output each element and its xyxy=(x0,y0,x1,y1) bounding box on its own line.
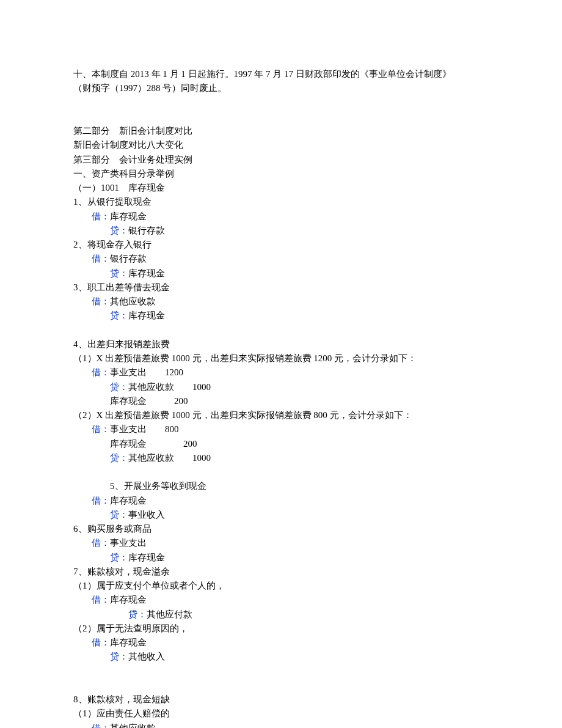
entry-4-case1-credit: 贷：其他应收款 1000 xyxy=(73,380,489,394)
credit-account: 库存现金 xyxy=(128,553,165,562)
debit-account: 库存现金 xyxy=(110,496,147,506)
entry-5-title: 5、开展业务等收到现金 xyxy=(73,479,489,493)
entry-4-title: 4、出差归来报销差旅费 xyxy=(73,337,489,351)
section-1-1: （一）1001 库存现金 xyxy=(73,181,489,195)
entry-3-debit: 借：其他应收款 xyxy=(73,295,489,309)
debit-account: 库存现金 xyxy=(110,211,147,221)
debit-account: 库存现金 xyxy=(110,638,147,647)
debit-label: 借： xyxy=(92,211,110,221)
entry-5-credit: 贷：事业收入 xyxy=(73,508,489,522)
debit-account: 库存现金 xyxy=(110,595,147,605)
entry-4-case2-debit: 借：事业支出 800 xyxy=(73,422,489,436)
debit-label: 借： xyxy=(92,638,110,647)
credit-label: 贷： xyxy=(110,510,128,520)
entry-5-debit: 借：库存现金 xyxy=(73,494,489,508)
debit-label: 借： xyxy=(92,424,110,434)
credit-label: 贷： xyxy=(110,268,128,278)
debit-account: 其他应收款 xyxy=(110,296,156,306)
entry-7-case1-desc: （1）属于应支付个单位或者个人的， xyxy=(73,579,489,593)
entry-6-credit: 贷：库存现金 xyxy=(73,551,489,565)
credit-label: 贷： xyxy=(110,311,128,320)
entry-7-case1-credit: 贷：其他应付款 xyxy=(73,608,489,622)
debit-label: 借： xyxy=(92,496,110,506)
credit-account: 其他应付款 xyxy=(147,609,192,619)
credit-account: 库存现金 xyxy=(128,311,165,320)
entry-4-case1-credit2: 库存现金 200 xyxy=(73,394,489,408)
part3-title: 第三部分 会计业务处理实例 xyxy=(73,153,489,167)
entry-8-title: 8、账款核对，现金短缺 xyxy=(73,693,489,707)
entry-8-case1-desc: （1）应由责任人赔偿的 xyxy=(73,707,489,721)
credit-account: 银行存款 xyxy=(128,226,165,235)
debit-label: 借： xyxy=(92,254,110,263)
credit-account: 其他应收款 1000 xyxy=(128,453,211,463)
entry-4-case1-debit: 借：事业支出 1200 xyxy=(73,366,489,380)
credit-label: 贷： xyxy=(110,652,128,661)
entry-3-credit: 贷：库存现金 xyxy=(73,309,489,323)
part2-subtitle: 新旧会计制度对比八大变化 xyxy=(73,138,489,152)
credit-label: 贷： xyxy=(110,553,128,562)
credit-label: 贷： xyxy=(110,382,128,392)
entry-7-case2-debit: 借：库存现金 xyxy=(73,636,489,650)
entry-2-credit: 贷：库存现金 xyxy=(73,267,489,281)
credit-account: 其他应收款 1000 xyxy=(128,382,211,392)
entry-4-case2-desc: （2）X 出差预借差旅费 1000 元，出差归来实际报销差旅费 800 元，会计… xyxy=(73,408,489,422)
debit-account: 事业支出 800 xyxy=(110,424,179,434)
credit-account: 事业收入 xyxy=(128,510,165,520)
entry-4-case1-desc: （1）X 出差预借差旅费 1000 元，出差归来实际报销差旅费 1200 元，会… xyxy=(73,351,489,366)
entry-7-case2-desc: （2）属于无法查明原因的， xyxy=(73,622,489,636)
section-1: 一、资产类科目分录举例 xyxy=(73,167,489,181)
debit-label: 借： xyxy=(92,367,110,377)
debit-label: 借： xyxy=(92,723,110,729)
intro-line2: （财预字（1997）288 号）同时废止。 xyxy=(73,81,489,95)
entry-7-case2-credit: 贷：其他收入 xyxy=(73,650,489,664)
debit-label: 借： xyxy=(92,595,110,605)
credit-label: 贷： xyxy=(110,453,128,463)
entry-2-debit: 借：银行存款 xyxy=(73,252,489,266)
entry-6-title: 6、购买服务或商品 xyxy=(73,522,489,536)
entry-6-debit: 借：事业支出 xyxy=(73,536,489,550)
entry-1-debit: 借：库存现金 xyxy=(73,210,489,224)
entry-8-case1-debit: 借：其他应收款 xyxy=(73,721,489,729)
debit-label: 借： xyxy=(92,296,110,306)
entry-3-title: 3、职工出差等借去现金 xyxy=(73,281,489,295)
credit-label: 贷： xyxy=(128,609,147,619)
entry-7-title: 7、账款核对，现金溢余 xyxy=(73,565,489,579)
entry-4-case2-credit: 贷：其他应收款 1000 xyxy=(73,451,489,465)
entry-4-case2-debit2: 库存现金 200 xyxy=(73,437,489,451)
debit-account: 其他应收款 xyxy=(110,723,156,729)
debit-account: 事业支出 xyxy=(110,538,147,548)
debit-account: 银行存款 xyxy=(110,254,147,263)
debit-label: 借： xyxy=(92,538,110,548)
entry-1-credit: 贷：银行存款 xyxy=(73,224,489,238)
part2-title: 第二部分 新旧会计制度对比 xyxy=(73,124,489,138)
entry-7-case1-debit: 借：库存现金 xyxy=(73,593,489,607)
entry-1-title: 1、从银行提取现金 xyxy=(73,195,489,209)
credit-label: 贷： xyxy=(110,226,128,235)
credit-account: 其他收入 xyxy=(128,652,165,661)
debit-account: 事业支出 1200 xyxy=(110,367,183,377)
credit-account: 库存现金 xyxy=(128,268,165,278)
intro-line1: 十、本制度自 2013 年 1 月 1 日起施行。1997 年 7 月 17 日… xyxy=(73,67,489,81)
entry-2-title: 2、将现金存入银行 xyxy=(73,238,489,252)
